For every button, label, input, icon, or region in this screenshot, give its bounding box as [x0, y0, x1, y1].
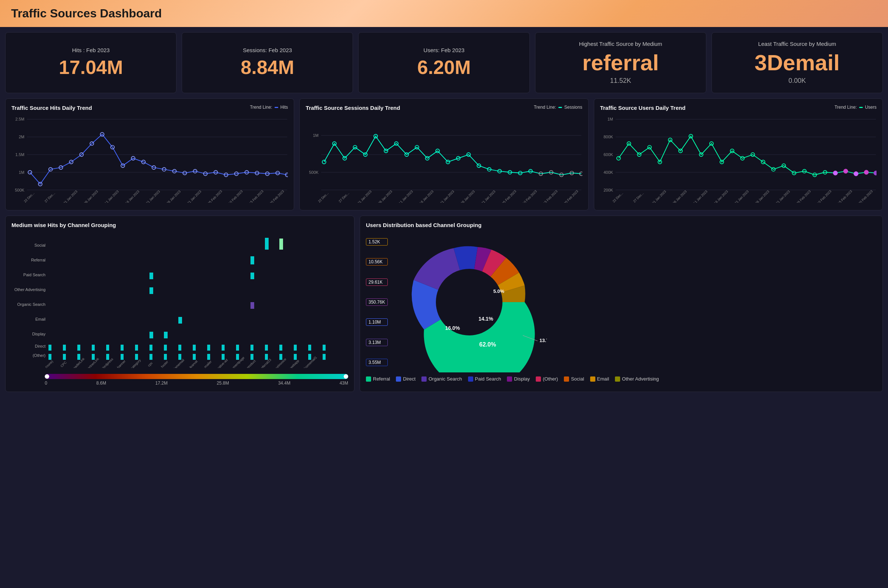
svg-rect-153: [63, 345, 66, 351]
svg-point-129: [874, 171, 876, 175]
svg-text:2M: 2M: [19, 135, 24, 139]
svg-rect-156: [106, 345, 109, 351]
legend-display-label: Display: [514, 376, 530, 382]
svg-rect-174: [77, 354, 80, 360]
svg-text:26 Jan 2023: 26 Jan 2023: [460, 190, 476, 202]
donut-side-labels: 1.52K 10.56K 29.61K 350.76K 1.10M 3.13M: [366, 232, 388, 372]
svg-rect-173: [63, 354, 66, 360]
svg-rect-165: [236, 345, 239, 351]
svg-text:footer: footer: [160, 360, 169, 368]
svg-rect-172: [48, 354, 51, 360]
svg-text:14.1%: 14.1%: [478, 316, 493, 322]
svg-rect-185: [236, 354, 239, 360]
color-bar-label-5: 43M: [340, 381, 348, 386]
kpi-users-value: 6.20M: [417, 56, 471, 78]
svg-rect-159: [149, 345, 152, 351]
svg-rect-167: [265, 345, 268, 351]
legend-email-box: [590, 376, 595, 382]
svg-text:Social: Social: [35, 243, 45, 248]
svg-text:16.0%: 16.0%: [445, 325, 460, 331]
svg-text:Direct: Direct: [35, 344, 45, 348]
svg-rect-162: [193, 345, 196, 351]
donut-svg: 5.0% 14.1% 16.0% 62.0% 13.75M: [391, 232, 547, 372]
svg-text:15 Feb 2023: 15 Feb 2023: [837, 189, 853, 202]
svg-text:26 Jan 2023: 26 Jan 2023: [754, 190, 770, 202]
sessions-svg: 1M 500K: [306, 114, 582, 202]
medium-chart-card: Medium wise Hits by Channel Grouping Soc…: [5, 216, 355, 392]
color-bar: [45, 374, 348, 379]
svg-rect-163: [207, 345, 210, 351]
legend-social-box: [564, 376, 569, 382]
svg-rect-160: [164, 345, 167, 351]
svg-text:31 Jan 2023: 31 Jan 2023: [775, 190, 791, 202]
sessions-legend-dot: [558, 107, 562, 108]
legend-referral-box: [366, 376, 371, 382]
svg-text:Email: Email: [35, 317, 45, 321]
medium-chart-svg: Social Referral Paid Search Other Advert…: [12, 231, 330, 368]
svg-text:21 Jan 2023: 21 Jan 2023: [146, 190, 161, 202]
donut-label-29.61k: 29.61K: [368, 280, 383, 285]
svg-text:500K: 500K: [310, 170, 319, 174]
svg-text:16 Jan 2023: 16 Jan 2023: [419, 190, 434, 202]
svg-rect-197: [149, 287, 153, 294]
svg-text:200K: 200K: [604, 188, 613, 192]
svg-text:5.0%: 5.0%: [493, 288, 504, 294]
svg-point-128: [864, 170, 868, 174]
svg-text:13.75M: 13.75M: [539, 338, 547, 343]
svg-rect-195: [149, 273, 153, 279]
svg-text:22 Dec...: 22 Dec...: [612, 191, 624, 202]
svg-text:(none): (none): [44, 360, 54, 368]
svg-rect-171: [323, 345, 326, 351]
donut-label-10.56k: 10.56K: [368, 259, 383, 264]
donut-label-1.52k: 1.52K: [368, 239, 380, 244]
hits-chart-title: Traffic Source Hits Daily Trend: [12, 105, 288, 111]
users-trend-line-label: Trend Line:: [834, 105, 856, 110]
color-bar-dot-right: [344, 374, 348, 379]
svg-rect-199: [178, 317, 182, 324]
kpi-hits-label: Hits : Feb 2023: [72, 47, 110, 53]
svg-text:1M: 1M: [313, 133, 319, 138]
svg-rect-194: [251, 256, 254, 264]
svg-rect-155: [92, 345, 95, 351]
svg-text:1M: 1M: [607, 117, 613, 121]
legend-direct: Direct: [396, 376, 416, 382]
legend-organic-label: Organic Search: [428, 376, 462, 382]
svg-text:cpc: cpc: [147, 361, 153, 367]
users-chart-legend: Trend Line: Users: [834, 105, 876, 110]
svg-text:05 Feb 2023: 05 Feb 2023: [501, 189, 517, 202]
color-bar-label-0: 0: [45, 381, 47, 386]
svg-rect-189: [294, 354, 297, 360]
svg-text:22 Dec...: 22 Dec...: [317, 191, 329, 202]
svg-rect-166: [251, 345, 254, 351]
donut-label-1.10m: 1.10M: [368, 320, 381, 325]
sessions-chart-legend: Trend Line: Sessions: [534, 105, 582, 110]
svg-text:01 Jan 2023: 01 Jan 2023: [357, 190, 373, 202]
hits-trend-chart: Traffic Source Hits Daily Trend Trend Li…: [5, 98, 294, 210]
svg-rect-182: [193, 354, 196, 360]
svg-rect-154: [77, 345, 80, 351]
svg-text:21 Jan 2023: 21 Jan 2023: [734, 190, 749, 202]
svg-rect-200: [149, 332, 153, 338]
legend-referral: Referral: [366, 376, 390, 382]
legend-direct-label: Direct: [403, 376, 416, 382]
sessions-legend-label: Sessions: [564, 105, 582, 110]
hits-legend-dot: [275, 107, 278, 108]
legend-paid-label: Paid Search: [475, 376, 501, 382]
trend-charts-row: Traffic Source Hits Daily Trend Trend Li…: [0, 98, 888, 216]
svg-point-125: [833, 171, 837, 175]
legend-direct-box: [396, 376, 401, 382]
svg-rect-152: [48, 345, 51, 351]
svg-text:16 Jan 2023: 16 Jan 2023: [125, 190, 140, 202]
kpi-users: Users: Feb 2023 6.20M: [358, 32, 529, 93]
kpi-hits-value: 17.04M: [59, 56, 123, 78]
svg-rect-158: [135, 345, 138, 351]
legend-other-box: [536, 376, 541, 382]
dashboard-header: Traffic Sources Dashboard: [0, 0, 888, 27]
svg-rect-176: [106, 354, 109, 360]
svg-rect-187: [265, 354, 268, 360]
legend-email-label: Email: [597, 376, 609, 382]
svg-text:webapp: webapp: [288, 359, 300, 368]
svg-rect-170: [308, 345, 311, 351]
kpi-least-sub: 0.00K: [789, 77, 806, 85]
kpi-least: Least Traffic Source by Medium 3Demail 0…: [712, 32, 883, 93]
